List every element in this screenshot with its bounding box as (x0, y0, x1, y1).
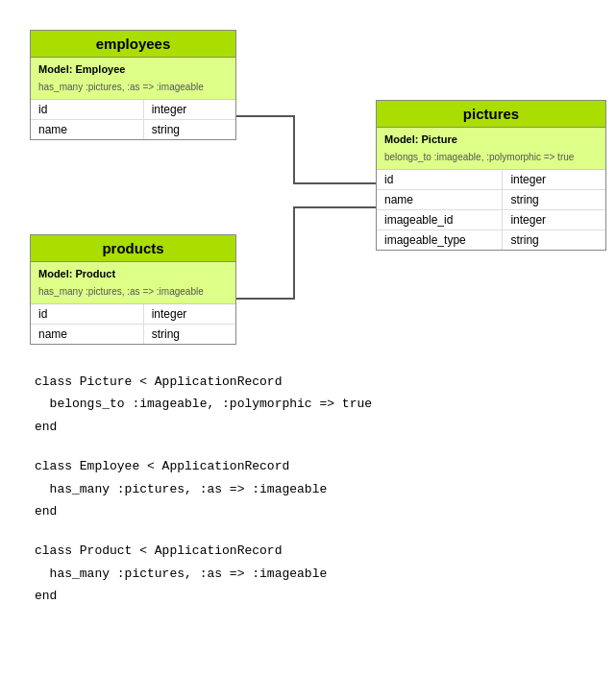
field-type: integer (143, 100, 235, 120)
arrow-pictures-to-products (232, 207, 376, 299)
field-type: integer (143, 304, 235, 325)
code-block-product: class Product < ApplicationRecord has_ma… (35, 540, 601, 607)
field-name: name (377, 190, 503, 210)
field-type: integer (503, 210, 605, 230)
field-name: imageable_type (377, 230, 503, 251)
table-row: name string (377, 190, 605, 210)
products-model-label: Model: (38, 268, 76, 279)
products-model-sub: has_many :pictures, :as => :imageable (38, 286, 204, 297)
table-row: name string (31, 325, 235, 345)
code-line: end (35, 585, 601, 607)
products-fields-table: id integer name string (31, 304, 235, 344)
table-row: name string (31, 120, 235, 140)
field-type: string (503, 190, 605, 210)
pictures-table-header: pictures (377, 101, 605, 128)
code-line: end (35, 500, 601, 522)
field-name: id (31, 304, 143, 325)
arrow-pictures-to-employees (232, 116, 376, 183)
code-line: class Product < ApplicationRecord (35, 540, 601, 562)
table-row: imageable_type string (377, 230, 605, 251)
table-row: id integer (31, 304, 235, 325)
field-name: id (31, 100, 143, 120)
code-block-employee: class Employee < ApplicationRecord has_m… (35, 455, 601, 522)
table-row: imageable_id integer (377, 210, 605, 230)
field-name: name (31, 120, 143, 140)
code-block-picture: class Picture < ApplicationRecord belong… (35, 371, 601, 438)
employees-model-name: Employee (76, 63, 126, 75)
products-table: products Model: Product has_many :pictur… (30, 234, 236, 345)
pictures-table: pictures Model: Picture belongs_to :imag… (376, 100, 606, 251)
er-diagram: employees Model: Employee has_many :pict… (15, 15, 611, 351)
pictures-model-name: Picture (422, 133, 457, 145)
table-row: id integer (377, 170, 605, 190)
pictures-table-model: Model: Picture belongs_to :imageable, :p… (377, 128, 605, 170)
pictures-fields-table: id integer name string imageable_id inte… (377, 170, 605, 250)
employees-table-model: Model: Employee has_many :pictures, :as … (31, 58, 235, 100)
pictures-model-sub: belongs_to :imageable, :polymorphic => t… (384, 152, 574, 162)
field-type: string (143, 325, 235, 345)
employees-table: employees Model: Employee has_many :pict… (30, 30, 236, 140)
employees-model-label: Model: (38, 63, 76, 75)
code-line: class Employee < ApplicationRecord (35, 455, 601, 477)
employees-table-header: employees (31, 31, 235, 58)
field-name: id (377, 170, 503, 190)
employees-model-sub: has_many :pictures, :as => :imageable (38, 82, 204, 92)
code-line: has_many :pictures, :as => :imageable (35, 478, 601, 500)
field-name: imageable_id (377, 210, 503, 230)
products-model-name: Product (76, 268, 116, 279)
code-line: belongs_to :imageable, :polymorphic => t… (35, 393, 601, 415)
field-type: integer (503, 170, 605, 190)
code-section: class Picture < ApplicationRecord belong… (15, 371, 601, 608)
products-table-model: Model: Product has_many :pictures, :as =… (31, 262, 235, 304)
table-row: id integer (31, 100, 235, 120)
field-type: string (503, 230, 605, 251)
field-type: string (143, 120, 235, 140)
employees-fields-table: id integer name string (31, 100, 235, 139)
field-name: name (31, 325, 143, 345)
products-table-header: products (31, 235, 235, 262)
code-line: end (35, 416, 601, 438)
code-line: has_many :pictures, :as => :imageable (35, 563, 601, 585)
code-line: class Picture < ApplicationRecord (35, 371, 601, 393)
pictures-model-label: Model: (384, 133, 422, 145)
